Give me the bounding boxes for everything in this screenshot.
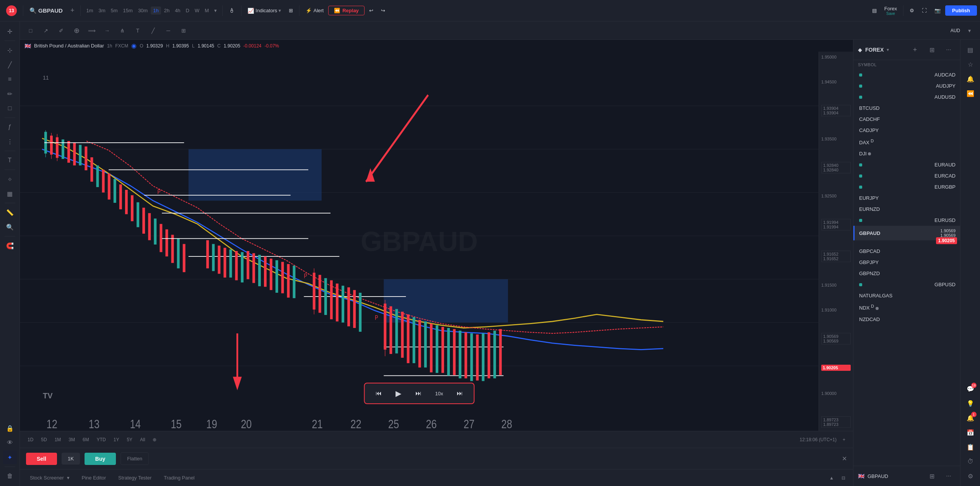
watch-item-dji[interactable]: DJI — [853, 148, 960, 159]
fibonacci-tool[interactable]: ƒ — [3, 120, 17, 134]
tabs-collapse[interactable]: ▲ — [826, 474, 837, 482]
trash-tool[interactable]: 🗑 — [3, 469, 17, 483]
path-tool[interactable]: ✐ — [55, 24, 67, 37]
currency-dropdown[interactable]: ▾ — [963, 24, 975, 37]
layout-panel-button[interactable]: ▤ — [869, 6, 880, 15]
tf-more[interactable]: ▾ — [212, 7, 219, 15]
watch-item-dax[interactable]: DAX D — [853, 136, 960, 148]
tf-3m[interactable]: 3m — [96, 7, 107, 15]
tf-m[interactable]: M — [202, 7, 211, 15]
horiz-tool[interactable]: ─ — [162, 24, 174, 37]
text-tool[interactable]: T — [3, 153, 17, 167]
alert-button[interactable]: ⚡ Alert — [303, 6, 327, 15]
replay-button[interactable]: ⏪ Replay — [328, 6, 365, 15]
add-symbol-button[interactable]: + — [67, 5, 78, 16]
watch-item-btcusd[interactable]: BTCUSD — [853, 103, 960, 114]
watch-item-cadjpy[interactable]: CADJPY — [853, 125, 960, 136]
brush-tool[interactable]: ✏ — [3, 87, 17, 101]
sidebar-more-button[interactable]: ··· — [942, 43, 956, 57]
measure-tool[interactable]: 📏 — [3, 205, 17, 219]
layouts-button[interactable]: ⊞ — [286, 6, 296, 15]
right-settings-icon[interactable]: ⚙ — [964, 469, 977, 483]
sidebar-view-button[interactable]: ⊞ — [925, 43, 939, 57]
tf-1y[interactable]: 1Y — [111, 435, 122, 444]
fullscreen-button[interactable]: ⛶ — [919, 6, 930, 15]
tf-6m-range[interactable]: 6M — [80, 435, 92, 444]
tabs-expand[interactable]: ⊟ — [838, 474, 848, 482]
buy-button[interactable]: Buy — [85, 453, 116, 465]
channel-tool[interactable]: ≡ — [3, 72, 17, 86]
sidebar-more-bottom[interactable]: ··· — [942, 469, 956, 483]
right-messages-icon[interactable]: 💬 19 — [964, 382, 977, 396]
arrow-tool[interactable]: ↗ — [40, 24, 52, 37]
magnet-chart-tool[interactable]: ⊕ — [70, 24, 83, 37]
rect-tool[interactable]: □ — [24, 24, 37, 37]
tab-stock-screener[interactable]: Stock Screener ▾ — [24, 473, 75, 483]
watch-item-eurgbp[interactable]: EURGBP — [853, 181, 960, 192]
symbol-search[interactable]: 🔍 GBPAUD — [26, 6, 66, 16]
tf-5y[interactable]: 5Y — [124, 435, 135, 444]
forex-save-label[interactable]: Forex Save — [881, 4, 900, 17]
tab-strategy-tester[interactable]: Strategy Tester — [113, 473, 157, 483]
screenshot-button[interactable]: 📷 — [931, 6, 944, 15]
right-watchlist-icon[interactable]: ☆ — [964, 57, 977, 71]
ray-tool[interactable]: → — [101, 24, 113, 37]
tf-d[interactable]: D — [184, 7, 192, 15]
order-close-button[interactable]: ✕ — [842, 455, 847, 462]
watch-item-naturalgas[interactable]: NATURALGAS — [853, 290, 960, 301]
tf-15m[interactable]: 15m — [121, 7, 135, 15]
watch-item-nzdcad[interactable]: NZDCAD — [853, 314, 960, 325]
sidebar-add-button[interactable]: + — [908, 43, 922, 57]
watch-item-audcad[interactable]: AUDCAD — [853, 69, 960, 80]
parallel-tool[interactable]: ⟹ — [86, 24, 98, 37]
watch-item-gbpnzd[interactable]: GBPNZD — [853, 268, 960, 279]
watch-item-eurusd[interactable]: EURUSD — [853, 215, 960, 226]
tab-trading-panel[interactable]: Trading Panel — [158, 473, 200, 483]
replay-skip-end[interactable]: ⏭ — [454, 387, 466, 400]
watch-item-eurcad[interactable]: EURCAD — [853, 170, 960, 181]
right-replay-icon[interactable]: ⏪ — [964, 86, 977, 100]
sidebar-grid-view[interactable]: ⊞ — [925, 469, 939, 483]
chart-type-button[interactable]: 🕯 — [226, 6, 238, 16]
tf-1d[interactable]: 1D — [24, 435, 36, 444]
avatar-button[interactable]: 13 — [3, 4, 20, 18]
right-alerts-icon[interactable]: 🔔 — [964, 72, 977, 86]
replay-step-forward[interactable]: ⏭ — [412, 387, 425, 400]
chart-main[interactable]: GBPAUD 11 TV — [20, 52, 819, 431]
right-ideas-icon[interactable]: 💡 — [964, 396, 977, 410]
right-panel-toggle[interactable]: ▤ — [964, 43, 977, 57]
right-calendar-icon[interactable]: 📅 — [964, 426, 977, 439]
right-orders-icon[interactable]: 📋 — [964, 440, 977, 454]
active-tool[interactable]: ✦ — [3, 450, 17, 464]
watch-item-eurjpy[interactable]: EURJPY — [853, 192, 960, 204]
trend-line-tool[interactable]: ╱ — [3, 58, 17, 72]
tf-4h[interactable]: 4h — [173, 7, 182, 15]
tab-pine-editor[interactable]: Pine Editor — [77, 473, 112, 483]
watch-item-audjpy[interactable]: AUDJPY — [853, 80, 960, 91]
tf-ytd[interactable]: YTD — [94, 435, 109, 444]
text-chart-tool[interactable]: T — [132, 24, 144, 37]
tf-all[interactable]: All — [137, 435, 148, 444]
tf-2h[interactable]: 2h — [162, 7, 172, 15]
patterns-tool[interactable]: ⟐ — [3, 172, 17, 186]
lock-tool[interactable]: 🔒 — [3, 421, 17, 435]
settings-button[interactable]: ⚙ — [907, 6, 917, 15]
shapes-tool[interactable]: □ — [3, 101, 17, 115]
tf-1h[interactable]: 1h — [151, 7, 161, 15]
prediction-tool[interactable]: ▦ — [3, 187, 17, 201]
watch-item-audusd[interactable]: AUDUSD — [853, 91, 960, 103]
tf-5d[interactable]: 5D — [38, 435, 50, 444]
watch-item-gbpjpy[interactable]: GBPJPY — [853, 257, 960, 268]
add-time-btn[interactable]: + — [840, 435, 848, 444]
quantity-button[interactable]: 1K — [62, 453, 80, 465]
publish-button[interactable]: Publish — [945, 5, 977, 16]
watch-item-gbpusd[interactable]: GBPUSD — [853, 279, 960, 290]
replay-skip-start[interactable]: ⏮ — [373, 387, 385, 400]
tf-1m[interactable]: 1m — [84, 7, 95, 15]
visible-tool[interactable]: 👁 — [3, 436, 17, 450]
tf-3m-range[interactable]: 3M — [65, 435, 78, 444]
cursor-tool[interactable]: ✛ — [3, 24, 17, 38]
right-notifications-icon[interactable]: 🔔 1 — [964, 411, 977, 425]
indicators-button[interactable]: 📈 Indicators ▾ — [244, 6, 284, 15]
watch-item-gbpcad[interactable]: GBPCAD — [853, 246, 960, 257]
